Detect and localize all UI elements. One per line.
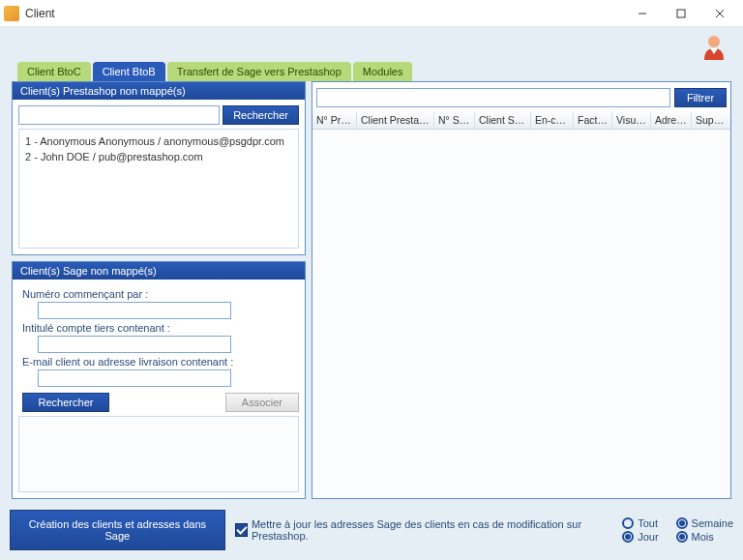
tab-bar: Client BtoC Client BtoB Transfert de Sag… <box>10 62 733 81</box>
prestashop-search-button[interactable]: Rechercher <box>223 105 299 125</box>
radio-icon <box>622 531 634 543</box>
panel-header: Client(s) Prestashop non mappé(s) <box>13 82 305 100</box>
tab-transfert[interactable]: Transfert de Sage vers Prestashop <box>167 62 351 81</box>
create-clients-button[interactable]: Création des clients et adresses dans Sa… <box>10 510 225 550</box>
col-header[interactable]: Visualis <box>612 111 651 129</box>
email-input[interactable] <box>38 369 231 387</box>
radio-icon <box>676 517 688 529</box>
grid-header-row: N° Presta Client Prestashop N° Sage Clie… <box>312 111 730 130</box>
tab-btob[interactable]: Client BtoB <box>93 62 165 81</box>
col-header[interactable]: En-cour <box>531 111 574 129</box>
tab-modules[interactable]: Modules <box>353 62 413 81</box>
prestashop-client-list[interactable]: 1 - Anonymous Anonymous / anonymous@psgd… <box>18 129 299 249</box>
list-item[interactable]: 2 - John DOE / pub@prestashop.com <box>25 149 292 164</box>
svg-rect-1 <box>677 10 685 17</box>
numero-input[interactable] <box>38 302 231 319</box>
label-email: E-mail client ou adresse livraison conte… <box>22 356 299 368</box>
titlebar: Client <box>0 0 743 27</box>
panel-prestashop-unmapped: Client(s) Prestashop non mappé(s) Recher… <box>12 81 306 255</box>
radio-semaine[interactable]: Semaine <box>676 517 733 529</box>
col-header[interactable]: Facture <box>574 111 612 129</box>
window-title: Client <box>25 7 623 20</box>
tab-btoc[interactable]: Client BtoC <box>17 62 91 81</box>
app-icon <box>4 6 19 21</box>
radio-icon <box>622 517 634 529</box>
period-radio-group: Tout Semaine Jour Mois <box>622 517 733 543</box>
label-numero: Numéro commençant par : <box>22 288 299 300</box>
filter-bar: Filtrer <box>312 81 731 111</box>
checkbox-label: Mettre à jour les adresses Sage des clie… <box>252 518 612 542</box>
col-header[interactable]: Client Prestashop <box>357 111 434 129</box>
prestashop-search-input[interactable] <box>18 105 220 125</box>
col-header[interactable]: Adresse <box>651 111 692 129</box>
label-intitule: Intitulé compte tiers contenant : <box>22 322 299 334</box>
sage-search-button[interactable]: Rechercher <box>22 393 109 412</box>
svg-point-4 <box>708 36 720 47</box>
panel-sage-unmapped: Client(s) Sage non mappé(s) Numéro comme… <box>12 261 306 499</box>
panel-header: Client(s) Sage non mappé(s) <box>13 262 305 280</box>
user-avatar-icon[interactable] <box>700 33 728 60</box>
col-header[interactable]: N° Sage <box>434 111 475 129</box>
col-header[interactable]: N° Presta <box>312 111 357 129</box>
col-header[interactable]: Client Sage <box>475 111 531 129</box>
filter-button[interactable]: Filtrer <box>674 88 727 107</box>
list-item[interactable]: 1 - Anonymous Anonymous / anonymous@psgd… <box>25 133 292 149</box>
radio-tout[interactable]: Tout <box>622 517 658 529</box>
minimize-button[interactable] <box>623 0 662 27</box>
filter-input[interactable] <box>316 88 670 107</box>
radio-mois[interactable]: Mois <box>676 531 733 543</box>
associer-button[interactable]: Associer <box>225 393 299 412</box>
close-button[interactable] <box>700 0 739 27</box>
maximize-button[interactable] <box>662 0 700 27</box>
intitule-input[interactable] <box>38 336 231 353</box>
sage-result-list[interactable] <box>18 416 299 492</box>
col-header[interactable]: Supprin <box>692 111 730 129</box>
radio-icon <box>676 531 688 543</box>
mapping-grid[interactable]: N° Presta Client Prestashop N° Sage Clie… <box>312 111 731 499</box>
checkbox-icon <box>235 523 248 537</box>
update-addresses-checkbox[interactable]: Mettre à jour les adresses Sage des clie… <box>235 518 612 542</box>
radio-jour[interactable]: Jour <box>622 531 658 543</box>
